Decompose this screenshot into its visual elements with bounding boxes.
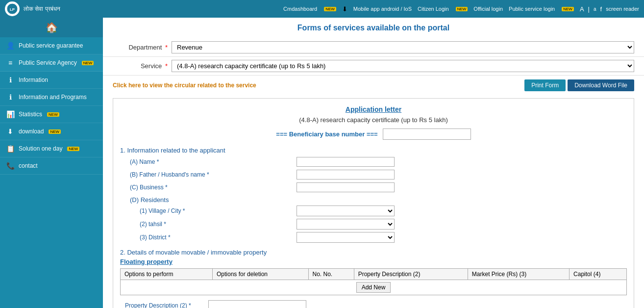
department-select[interactable]: Revenue <box>172 41 634 53</box>
sidebar-item-statistics[interactable]: 📊 Statistics NEW <box>0 106 103 123</box>
action-buttons: Print Form Download Word File <box>524 79 634 91</box>
col-market-price: Market Price (Rs) (3) <box>468 269 569 280</box>
circular-link[interactable]: Click here to view the circular related … <box>113 82 256 89</box>
sidebar-item-contact[interactable]: 📞 contact <box>0 157 103 175</box>
circular-row: Click here to view the circular related … <box>103 76 644 95</box>
sidebar-item-public-service-agency[interactable]: ≡ Public Service Agency NEW <box>0 54 103 72</box>
sidebar-label: Public Service Agency <box>19 59 77 66</box>
col-capitol: Capitol (4) <box>570 269 627 280</box>
svc-required: * <box>165 62 168 70</box>
app-subtitle: (4.8-A) research capacity certificate (u… <box>120 116 627 124</box>
property-table: Options to perform Options for deletion … <box>120 268 627 295</box>
citizen-new-badge: NEW <box>456 7 468 11</box>
user-icon: 👤 <box>6 42 15 50</box>
add-new-button[interactable]: Add New <box>356 282 391 293</box>
sol-new-badge: NEW <box>67 147 79 151</box>
sidebar-label: Public service guarantee <box>19 42 83 49</box>
section1-title: 1. Information related to the applicant <box>120 147 627 154</box>
logo-icon: LP <box>5 1 20 16</box>
psl-new-badge: NEW <box>562 7 574 11</box>
download-sidebar-icon: ⬇ <box>6 128 15 135</box>
prop-desc-textarea[interactable] <box>208 300 306 308</box>
main-content: Forms of services available on the porta… <box>103 18 644 308</box>
agency-new-badge: NEW <box>82 61 94 65</box>
district-select[interactable] <box>297 232 395 243</box>
official-login-link[interactable]: Official login <box>473 6 503 12</box>
cmdashboard-new-badge: NEW <box>324 7 336 11</box>
screen-reader-link[interactable]: screen reader <box>606 6 639 12</box>
service-select[interactable]: (4.8-A) research capacity certificate (u… <box>172 60 634 72</box>
col-no-no: No. No. <box>308 269 354 280</box>
service-label: Service * <box>113 62 172 70</box>
sidebar-label: Solution one day <box>19 145 62 152</box>
stats-icon: 📊 <box>6 110 15 118</box>
app-title: Application letter <box>120 105 627 113</box>
name-input[interactable] <box>297 157 395 167</box>
dl-new-badge: NEW <box>49 129 61 134</box>
separator: | <box>588 5 590 13</box>
village-city-select[interactable] <box>297 205 395 216</box>
field-d2-row: (2) tahsil * <box>120 219 627 230</box>
field-d2-label: (2) tahsil * <box>140 221 297 228</box>
logo-area: LP लोक सेवा प्रबंधन <box>5 1 60 16</box>
sidebar-item-download[interactable]: ⬇ download NEW <box>0 123 103 140</box>
font-small-icon[interactable]: a <box>594 6 596 12</box>
info-icon: ℹ <box>6 76 15 84</box>
field-b-row: (B) Father / Husband's name * <box>120 170 627 180</box>
svg-text:LP: LP <box>10 7 15 12</box>
header-nav: Cmdashboard NEW ⬇ Mobile app android / I… <box>283 5 639 13</box>
field-c-label: (C) Business * <box>130 184 297 191</box>
layout: 🏠 👤 Public service guarantee ≡ Public Se… <box>0 18 644 308</box>
section2-title: 2. Details of movable movable / immovabl… <box>120 249 627 256</box>
floating-title: Floating property <box>120 258 627 265</box>
header-icons: A | a f screen reader <box>580 5 639 13</box>
prop-desc-row: Property Description (2) * <box>120 300 627 308</box>
field-d-label: (D) Residents <box>130 196 627 204</box>
sidebar-label: Information <box>19 77 48 83</box>
table-add-row: Add New <box>121 280 627 295</box>
sidebar-item-information-programs[interactable]: ℹ Information and Programs <box>0 89 103 106</box>
stats-new-badge: NEW <box>47 112 59 117</box>
sidebar: 🏠 👤 Public service guarantee ≡ Public Se… <box>0 18 103 308</box>
grid-icon: ≡ <box>6 59 15 67</box>
field-c-row: (C) Business * <box>120 182 627 192</box>
field-b-label: (B) Father / Husband's name * <box>130 171 297 178</box>
print-form-button[interactable]: Print Form <box>524 79 566 91</box>
father-husband-input[interactable] <box>297 170 395 180</box>
sidebar-label: Information and Programs <box>19 94 87 101</box>
home-icon: 🏠 <box>46 22 58 33</box>
cmdashboard-link[interactable]: Cmdashboard <box>283 6 317 12</box>
mobile-app-link[interactable]: Mobile app android / IoS <box>353 6 412 12</box>
header: LP लोक सेवा प्रबंधन Cmdashboard NEW ⬇ Mo… <box>0 0 644 18</box>
field-a-row: (A) Name * <box>120 157 627 167</box>
field-a-label: (A) Name * <box>130 158 297 165</box>
sidebar-home[interactable]: 🏠 <box>0 18 103 37</box>
logo-text: लोक सेवा प्रबंधन <box>24 5 60 12</box>
prop-desc-label: Property Description (2) * <box>125 300 203 308</box>
beneficiary-input[interactable] <box>383 128 471 140</box>
download-word-button[interactable]: Download Word File <box>568 79 634 91</box>
sidebar-item-information[interactable]: ℹ Information <box>0 72 103 89</box>
tahsil-select[interactable] <box>297 219 395 230</box>
sidebar-label: Statistics <box>19 111 42 118</box>
dept-required: * <box>165 44 168 51</box>
application-form: Application letter (4.8-A) research capa… <box>113 98 634 308</box>
service-row: Service * (4.8-A) research capacity cert… <box>103 57 644 76</box>
field-d3-label: (3) District * <box>140 234 297 241</box>
field-d1-row: (1) Village / City * <box>120 205 627 216</box>
business-input[interactable] <box>297 182 395 192</box>
sidebar-item-solution-one-day[interactable]: 📋 Solution one day NEW <box>0 140 103 157</box>
col-options-delete: Options for deletion <box>212 269 308 280</box>
sidebar-item-public-service-guarantee[interactable]: 👤 Public service guarantee <box>0 37 103 54</box>
sidebar-label: contact <box>19 162 38 169</box>
col-prop-desc: Property Description (2) <box>354 269 468 280</box>
facebook-icon[interactable]: f <box>600 5 602 13</box>
info2-icon: ℹ <box>6 93 15 101</box>
field-d3-row: (3) District * <box>120 232 627 243</box>
phone-icon: 📞 <box>6 162 15 170</box>
citizen-login-link[interactable]: Citizen Login <box>418 6 449 12</box>
public-service-login-link[interactable]: Public service login <box>509 6 555 12</box>
font-large-icon[interactable]: A <box>580 5 584 13</box>
download-icon: ⬇ <box>342 5 347 13</box>
solution-icon: 📋 <box>6 145 15 153</box>
